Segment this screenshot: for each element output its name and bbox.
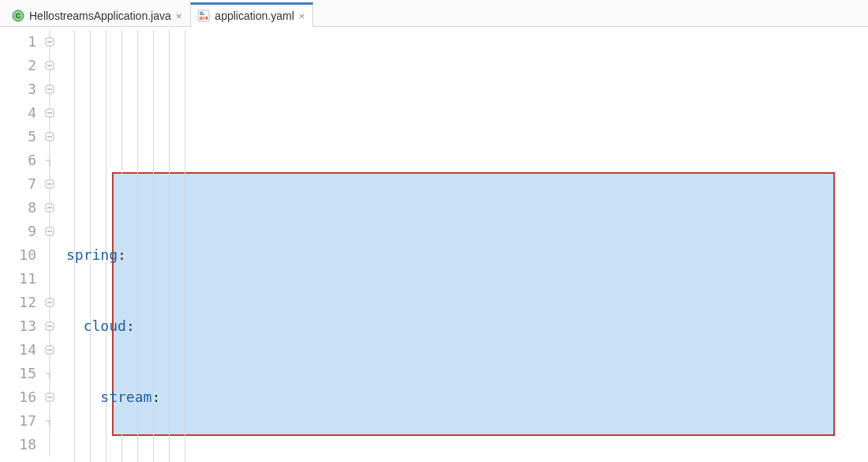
line-number: 14: [0, 338, 36, 362]
tab-application-yaml[interactable]: YML application.yaml ×: [190, 2, 313, 27]
yaml-key: spring: [66, 243, 118, 267]
line-number: 3: [0, 77, 36, 101]
line-number: 10: [0, 243, 36, 267]
line-number-gutter: 1 2 3 4 5 6 7 8 9 10 11 12 13 14 15 16 1…: [0, 27, 44, 462]
code-line[interactable]: bindings:: [66, 456, 759, 462]
svg-rect-6: [200, 14, 204, 16]
line-number: 6: [0, 148, 36, 172]
line-number: 15: [0, 362, 36, 385]
code-area[interactable]: spring: cloud: stream: bindings: input-c…: [66, 27, 759, 462]
svg-rect-5: [200, 12, 203, 13]
line-number: 1: [0, 30, 36, 54]
line-number: 9: [0, 220, 36, 243]
code-editor[interactable]: 1 2 3 4 5 6 7 8 9 10 11 12 13 14 15 16 1…: [0, 27, 868, 462]
line-number: 8: [0, 196, 36, 220]
svg-text:C: C: [16, 12, 21, 20]
line-number: 13: [0, 314, 36, 338]
line-number: 7: [0, 172, 36, 196]
line-number: 4: [0, 101, 36, 125]
line-number: 2: [0, 54, 36, 77]
yaml-key: cloud: [84, 314, 126, 338]
fold-gutter: [44, 27, 66, 462]
line-number: 12: [0, 291, 36, 314]
line-number: 17: [0, 409, 36, 433]
svg-text:YML: YML: [200, 17, 208, 21]
close-icon[interactable]: ×: [299, 11, 305, 21]
editor-tab-bar: C HellostreamsApplication.java × YML app…: [0, 0, 868, 27]
tab-label: HellostreamsApplication.java: [29, 9, 171, 22]
line-number: 5: [0, 125, 36, 148]
yaml-key: stream: [100, 385, 152, 409]
close-icon[interactable]: ×: [176, 11, 182, 21]
line-number: 18: [0, 433, 36, 456]
java-class-icon: C: [12, 9, 24, 22]
tab-label: application.yaml: [215, 9, 294, 22]
yaml-file-icon: YML: [197, 9, 210, 22]
line-number: 11: [0, 267, 36, 291]
yaml-key: bindings: [118, 456, 186, 462]
line-number: 16: [0, 385, 36, 409]
tab-hellostreams-java[interactable]: C HellostreamsApplication.java ×: [5, 4, 190, 27]
selection-highlight: [112, 172, 835, 436]
